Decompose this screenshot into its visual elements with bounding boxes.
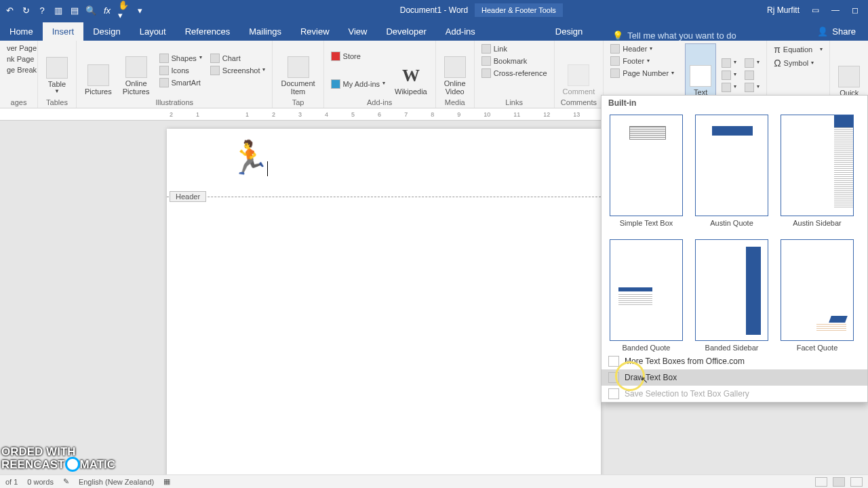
chart-button[interactable]: Chart <box>208 53 269 64</box>
tab-view[interactable]: View <box>339 22 377 41</box>
thumb-banded-sidebar[interactable]: Banded Sidebar <box>695 239 768 352</box>
watermark-ring-icon <box>65 457 80 472</box>
group-comments-label: Comments <box>559 97 599 106</box>
group-media: Online Video Media <box>436 41 475 108</box>
object2-button[interactable]: ▾ <box>742 82 762 93</box>
page-break-button[interactable]: ge Break <box>4 65 33 75</box>
preview-banded-sidebar <box>695 239 768 341</box>
table-button[interactable]: Table▼ <box>42 43 72 97</box>
pictures-button[interactable]: Pictures <box>81 43 116 97</box>
tab-home[interactable]: Home <box>0 22 43 41</box>
word-count[interactable]: 0 words <box>27 478 54 486</box>
tab-mailings[interactable]: Mailings <box>239 22 291 41</box>
store-button[interactable]: Store <box>328 51 388 62</box>
undo-icon[interactable]: ↶ <box>4 5 15 16</box>
comment-button[interactable]: Comment <box>559 43 599 97</box>
touch-icon[interactable]: ✋▾ <box>118 5 129 16</box>
page-indicator[interactable]: of 1 <box>5 478 18 486</box>
thumb-facet-quote[interactable]: Facet Quote <box>781 239 854 352</box>
redo-icon[interactable]: ↻ <box>20 5 31 16</box>
online-video-button[interactable]: Online Video <box>440 43 470 97</box>
tab-review[interactable]: Review <box>291 22 339 41</box>
wordart-button[interactable]: ▾ <box>719 58 739 68</box>
tab-design[interactable]: Design <box>83 22 130 41</box>
signature-button[interactable]: ▾ <box>742 58 762 68</box>
my-addins-button[interactable]: My Add-ins▾ <box>328 79 388 89</box>
preview-facet-quote <box>781 239 854 341</box>
group-media-label: Media <box>440 97 470 106</box>
qat-more-icon[interactable]: ▾ <box>134 5 145 16</box>
minimize-icon[interactable]: — <box>831 5 840 15</box>
tab-insert[interactable]: Insert <box>43 22 84 41</box>
print-icon[interactable]: ▤ <box>69 5 80 16</box>
text-box-gallery: Built-in Simple Text Box Austin Quote Au… <box>601 95 868 403</box>
print-layout-icon[interactable] <box>833 477 845 487</box>
dropcap-button[interactable]: ▾ <box>719 70 739 81</box>
comment-icon <box>568 64 589 86</box>
group-pages: ver Page nk Page ge Break ages <box>0 41 38 108</box>
share-icon: 👤 <box>817 26 828 37</box>
group-tables-label: Tables <box>42 97 72 106</box>
proofing-icon[interactable]: ✎ <box>63 477 69 486</box>
page-number-button[interactable]: Page Number▾ <box>608 68 677 79</box>
macro-icon[interactable]: ▦ <box>163 477 170 486</box>
online-pictures-button[interactable]: Online Pictures <box>119 43 154 97</box>
gallery-heading: Built-in <box>601 96 867 110</box>
tab-hf-design[interactable]: Design <box>546 22 592 41</box>
new-icon[interactable]: ▥ <box>53 5 64 16</box>
screenshot-button[interactable]: Screenshot▾ <box>208 65 269 76</box>
document-item-icon <box>288 56 309 78</box>
smartart-icon <box>159 78 169 87</box>
watermark: ORDED WITH REENCASTMATIC <box>1 446 115 473</box>
web-layout-icon[interactable] <box>850 477 863 487</box>
fx-icon[interactable]: fx <box>102 5 113 16</box>
link-button[interactable]: Link <box>479 43 550 54</box>
footer-button[interactable]: Footer▾ <box>608 56 677 66</box>
clipart-tennis-player[interactable]: 🏃 <box>229 138 270 177</box>
header-tag: Header <box>170 191 206 202</box>
wikipedia-button[interactable]: WWikipedia <box>391 43 431 97</box>
thumb-austin-quote[interactable]: Austin Quote <box>695 115 768 227</box>
icons-button[interactable]: Icons <box>157 65 205 76</box>
thumb-austin-sidebar[interactable]: Austin Sidebar <box>781 115 854 227</box>
smartart-button[interactable]: SmartArt <box>157 77 205 88</box>
group-tap-label: Tap <box>277 97 319 106</box>
equation-button[interactable]: πEquation ▾ <box>771 43 825 56</box>
thumb-banded-quote[interactable]: Banded Quote <box>610 239 683 352</box>
cross-reference-button[interactable]: Cross-reference <box>479 68 550 79</box>
language[interactable]: English (New Zealand) <box>79 478 154 486</box>
save-gallery-icon <box>608 388 619 399</box>
save-to-gallery: Save Selection to Text Box Gallery <box>601 386 867 402</box>
equation-icon: π <box>774 44 781 55</box>
shapes-button[interactable]: Shapes▾ <box>157 53 205 64</box>
ribbon-tabs: Home Insert Design Layout References Mai… <box>0 20 868 41</box>
account-icon[interactable]: ▭ <box>812 5 819 15</box>
header-button[interactable]: Header▾ <box>608 43 677 54</box>
tell-me[interactable]: 💡 Tell me what you want to do <box>612 30 736 41</box>
thumb-simple-text-box[interactable]: Simple Text Box <box>610 115 683 227</box>
search-icon[interactable]: 🔍 <box>85 5 96 16</box>
help-icon[interactable]: ? <box>37 5 47 16</box>
screenshot-icon <box>210 66 220 75</box>
tab-layout[interactable]: Layout <box>130 22 176 41</box>
maximize-icon[interactable]: ◻ <box>852 5 859 15</box>
online-pictures-icon <box>125 56 147 78</box>
quick-access-toolbar: ↶ ↻ ? ▥ ▤ 🔍 fx ✋▾ ▾ <box>0 5 145 16</box>
bookmark-button[interactable]: Bookmark <box>479 56 550 66</box>
tab-developer[interactable]: Developer <box>376 22 435 41</box>
wikipedia-icon: W <box>402 66 420 86</box>
more-text-boxes[interactable]: More Text Boxes from Office.com <box>601 353 867 369</box>
user-name[interactable]: Rj Murfitt <box>767 5 800 15</box>
draw-text-box[interactable]: Draw Text Box ↖ <box>601 369 867 386</box>
document-item-button[interactable]: Document Item <box>277 43 319 97</box>
object-button[interactable]: ▾ <box>719 82 739 93</box>
datetime-button[interactable] <box>742 70 762 81</box>
cover-page-button[interactable]: ver Page <box>4 43 33 53</box>
tab-references[interactable]: References <box>176 22 239 41</box>
share-button[interactable]: 👤 Share <box>805 22 868 41</box>
blank-page-button[interactable]: nk Page <box>4 54 33 64</box>
read-mode-icon[interactable] <box>815 477 827 487</box>
tab-addins[interactable]: Add-ins <box>436 22 485 41</box>
symbol-button[interactable]: ΩSymbol▾ <box>771 57 825 69</box>
page[interactable]: 🏃 Header <box>167 129 601 481</box>
